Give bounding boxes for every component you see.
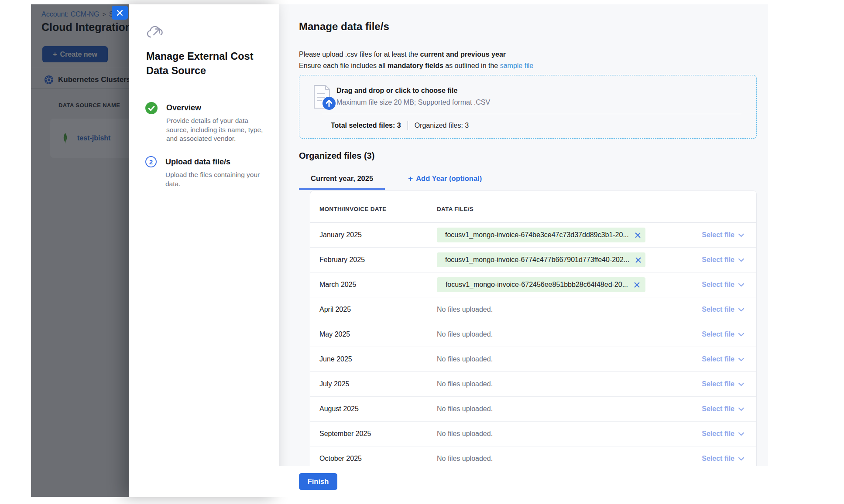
table-header-row: MONTH/INVOICE DATE DATA FILE/S bbox=[310, 191, 756, 223]
tab-kubernetes-clusters[interactable]: Kubernetes Clusters bbox=[44, 72, 129, 88]
wizard-steps-panel: Manage External Cost Data Source Overvie… bbox=[129, 4, 279, 497]
tab-kubernetes-label: Kubernetes Clusters bbox=[58, 75, 129, 84]
month-label: April 2025 bbox=[310, 306, 437, 313]
modal-footer: Finish bbox=[279, 466, 768, 497]
add-year-label: Add Year (optional) bbox=[416, 174, 482, 183]
kubernetes-icon bbox=[44, 75, 54, 85]
step-overview-description: Provide details of your data source, inc… bbox=[166, 116, 263, 143]
divider bbox=[31, 67, 129, 67]
organized-files-heading: Organized files (3) bbox=[299, 151, 374, 161]
step-number-badge: 2 bbox=[145, 156, 157, 167]
data-source-row[interactable]: test-jbisht bbox=[50, 119, 129, 158]
select-file-dropdown[interactable]: Select file bbox=[702, 355, 744, 363]
select-file-dropdown[interactable]: Select file bbox=[702, 256, 744, 264]
data-file-cell: No files uploaded. bbox=[437, 380, 673, 388]
table-row: April 2025 No files uploaded. Select fil… bbox=[310, 297, 756, 322]
select-file-dropdown[interactable]: Select file bbox=[702, 405, 744, 413]
select-file-label: Select file bbox=[702, 231, 734, 239]
instructions-line-1: Please upload .csv files for at least th… bbox=[299, 49, 533, 60]
uploaded-file-chip: focusv1_mongo-invoice-6774c477b667901d77… bbox=[437, 252, 645, 267]
select-file-label: Select file bbox=[702, 281, 734, 289]
data-file-cell: focusv1_mongo-invoice-672456ee851bbb28c6… bbox=[437, 277, 673, 292]
data-file-cell: No files uploaded. bbox=[437, 455, 673, 463]
remove-file-button[interactable] bbox=[635, 256, 642, 264]
chevron-down-icon bbox=[738, 283, 744, 287]
data-file-cell: No files uploaded. bbox=[437, 330, 673, 338]
month-label: October 2025 bbox=[310, 455, 437, 463]
chevron-down-icon bbox=[738, 258, 744, 262]
select-file-label: Select file bbox=[702, 256, 734, 264]
data-file-cell: No files uploaded. bbox=[437, 355, 673, 363]
chevron-down-icon bbox=[738, 333, 744, 337]
data-file-cell: focusv1_mongo-invoice-6774c477b667901d77… bbox=[437, 252, 673, 267]
close-button[interactable] bbox=[112, 6, 128, 20]
select-file-dropdown[interactable]: Select file bbox=[702, 430, 744, 438]
select-file-dropdown[interactable]: Select file bbox=[702, 281, 744, 289]
select-file-label: Select file bbox=[702, 330, 734, 338]
screen: Account: CCM-NG>Set Cloud Integration + … bbox=[0, 0, 844, 504]
dropzone-divider bbox=[322, 114, 741, 114]
month-label: June 2025 bbox=[310, 355, 437, 363]
month-label: May 2025 bbox=[310, 330, 437, 338]
data-file-cell: No files uploaded. bbox=[437, 405, 673, 413]
table-row: March 2025 focusv1_mongo-invoice-672456e… bbox=[310, 272, 756, 297]
month-label: July 2025 bbox=[310, 380, 437, 388]
create-new-button[interactable]: + Create new bbox=[42, 46, 108, 62]
year-tabs: Current year, 2025 + Add Year (optional) bbox=[299, 174, 494, 190]
close-icon bbox=[117, 10, 123, 16]
no-files-text: No files uploaded. bbox=[437, 455, 493, 462]
table-row: September 2025 No files uploaded. Select… bbox=[310, 422, 756, 446]
data-source-link[interactable]: test-jbisht bbox=[77, 134, 110, 142]
finish-button[interactable]: Finish bbox=[299, 473, 337, 490]
sample-file-link[interactable]: sample file bbox=[500, 62, 533, 69]
select-file-label: Select file bbox=[702, 430, 734, 438]
instructions-text: Please upload .csv files for at least th… bbox=[299, 51, 420, 58]
file-totals: Total selected files: 3 Organized files:… bbox=[331, 121, 469, 130]
breadcrumb-account-link[interactable]: Account: CCM-NG bbox=[41, 10, 99, 18]
tab-add-year[interactable]: + Add Year (optional) bbox=[396, 174, 494, 188]
remove-file-icon bbox=[634, 282, 640, 288]
table-row: February 2025 focusv1_mongo-invoice-6774… bbox=[310, 248, 756, 272]
dimmed-background-page: Account: CCM-NG>Set Cloud Integration + … bbox=[31, 4, 129, 497]
organized-files-count: Organized files: 3 bbox=[415, 122, 469, 129]
table-row: July 2025 No files uploaded. Select file bbox=[310, 372, 756, 397]
chevron-down-icon bbox=[738, 382, 744, 386]
column-header-data-files: DATA FILE/S bbox=[437, 206, 673, 212]
no-files-text: No files uploaded. bbox=[437, 430, 493, 437]
select-file-dropdown[interactable]: Select file bbox=[702, 380, 744, 388]
table-body: January 2025 focusv1_mongo-invoice-674be… bbox=[310, 223, 756, 466]
document-upload-icon bbox=[312, 84, 337, 111]
data-file-cell: No files uploaded. bbox=[437, 306, 673, 313]
instructions-bold-text: mandatory fields bbox=[388, 62, 443, 69]
tab-current-year-2025[interactable]: Current year, 2025 bbox=[299, 174, 385, 190]
uploaded-file-chip: focusv1_mongo-invoice-672456ee851bbb28c6… bbox=[437, 277, 645, 292]
month-label: February 2025 bbox=[310, 256, 437, 264]
select-file-label: Select file bbox=[702, 306, 734, 313]
remove-file-button[interactable] bbox=[634, 232, 642, 239]
instructions-line-2: Ensure each file includes all mandatory … bbox=[299, 60, 533, 72]
month-label: August 2025 bbox=[310, 405, 437, 413]
remove-file-icon bbox=[635, 257, 641, 263]
step-overview[interactable]: Overview Provide details of your data so… bbox=[145, 102, 263, 143]
wizard-title: Manage External Cost Data Source bbox=[146, 49, 263, 78]
column-header-month: MONTH/INVOICE DATE bbox=[310, 206, 437, 212]
select-file-dropdown[interactable]: Select file bbox=[702, 330, 744, 338]
data-file-cell: No files uploaded. bbox=[437, 430, 673, 438]
select-file-label: Select file bbox=[702, 405, 734, 413]
select-file-label: Select file bbox=[702, 355, 734, 363]
file-dropzone[interactable]: Drag and drop or click to choose file Ma… bbox=[299, 75, 757, 139]
month-label: September 2025 bbox=[310, 430, 437, 438]
remove-file-button[interactable] bbox=[633, 281, 641, 289]
remove-file-icon bbox=[635, 232, 641, 238]
select-file-dropdown[interactable]: Select file bbox=[702, 455, 744, 463]
file-name: focusv1_mongo-invoice-674be3ce47c73d37dd… bbox=[445, 231, 629, 239]
manage-data-files-panel: Manage data file/s Please upload .csv fi… bbox=[279, 4, 768, 466]
select-file-dropdown[interactable]: Select file bbox=[702, 231, 744, 239]
cloud-arrow-icon bbox=[145, 24, 164, 40]
no-files-text: No files uploaded. bbox=[437, 355, 493, 363]
plus-icon: + bbox=[53, 51, 57, 58]
select-file-dropdown[interactable]: Select file bbox=[702, 306, 744, 313]
step-upload-data-files[interactable]: 2 Upload data file/s Upload the files co… bbox=[145, 156, 262, 188]
step-overview-label: Overview bbox=[166, 102, 263, 112]
column-header-data-source-name: DATA SOURCE NAME bbox=[58, 102, 120, 109]
